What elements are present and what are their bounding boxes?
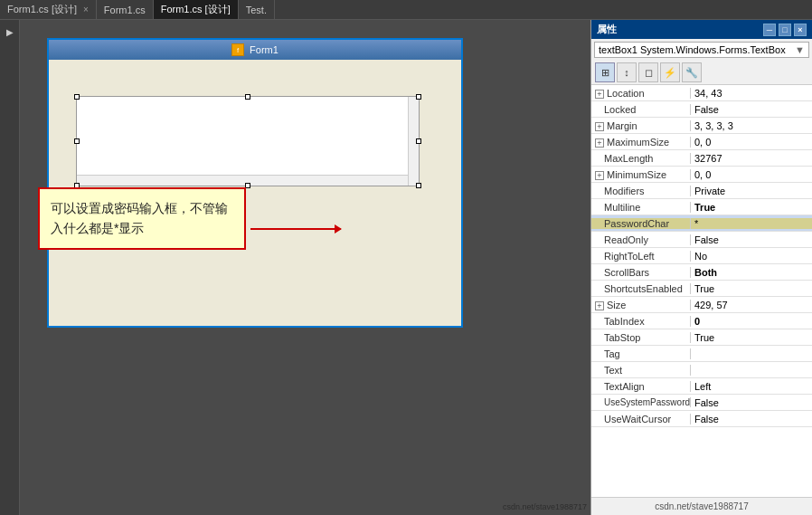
expand-icon[interactable]: + [595,90,604,99]
handle-bottom-right[interactable] [416,183,421,188]
prop-value[interactable]: 0, 0 [691,169,812,180]
props-table: +Location 34, 43 Locked False +Margin 3,… [591,85,812,497]
tab-test[interactable]: Test. [239,0,275,19]
prop-name: ReadOnly [591,234,691,245]
property-pages-btn[interactable]: 🔧 [682,62,702,82]
tab-form1-design-1[interactable]: Form1.cs [设计] × [0,0,97,19]
prop-value[interactable]: No [691,251,812,262]
prop-value[interactable]: 0 [691,316,812,327]
toolbox-icon[interactable]: ▶ [2,24,18,40]
table-row[interactable]: RightToLeft No [591,248,812,264]
prop-name: Multiline [591,202,691,213]
table-row[interactable]: ReadOnly False [591,232,812,248]
props-toolbar: ⊞ ↕ ◻ ⚡ 🔧 [591,61,812,85]
prop-value[interactable]: Both [691,267,812,278]
callout-annotation: 可以设置成密码输入框，不管输入什么都是*显示 [38,187,246,250]
prop-value[interactable]: 34, 43 [691,88,812,99]
prop-name: +MinimumSize [591,169,691,180]
handle-top-left[interactable] [74,94,80,100]
prop-value[interactable]: Left [691,381,812,392]
table-row[interactable]: UseWaitCursor False [591,411,812,427]
expand-icon[interactable]: + [595,301,604,310]
maximize-btn[interactable]: □ [779,24,791,36]
prop-value[interactable]: Private [691,186,812,196]
prop-name: TextAlign [591,381,691,392]
prop-value[interactable]: 0, 0 [691,137,812,148]
prop-value[interactable]: 32767 [691,153,812,164]
handle-top-right[interactable] [416,94,421,100]
prop-name: ScrollBars [591,267,691,278]
object-selector[interactable]: textBox1 System.Windows.Forms.TextBox ▼ [594,42,809,58]
prop-value[interactable]: True [691,283,812,294]
prop-name: TabStop [591,332,691,343]
title-bar-controls: ─ □ × [763,24,807,36]
prop-value[interactable]: True [691,332,812,343]
table-row[interactable]: TextAlign Left [591,378,812,395]
minimize-btn[interactable]: ─ [763,24,776,36]
designer-area[interactable]: f Form1 [20,20,590,515]
table-row[interactable]: Modifiers Private [591,183,812,199]
watermark: csdn.net/stave1988717 [503,502,587,511]
tab-label: Form1.cs [104,5,146,15]
textbox-hscrollbar[interactable] [77,175,408,186]
table-row[interactable]: +Size 429, 57 [591,297,812,313]
prop-value[interactable]: 429, 57 [691,300,812,310]
prop-value[interactable]: False [691,234,812,245]
textbox-control[interactable] [76,96,420,186]
table-row[interactable]: +Location 34, 43 [591,85,812,101]
table-row[interactable]: MaxLength 32767 [591,150,812,167]
table-row-passwordchar[interactable]: PasswordChar * [591,215,812,232]
prop-value-passwordchar[interactable]: * [691,218,812,229]
table-row-margin[interactable]: +Margin 3, 3, 3, 3 [591,118,812,134]
tab-bar: Form1.cs [设计] × Form1.cs Form1.cs [设计] T… [0,0,812,20]
prop-name: TabIndex [591,316,691,327]
table-row[interactable]: ShortcutsEnabled True [591,281,812,297]
handle-top-middle[interactable] [245,94,250,100]
expand-icon[interactable]: + [595,171,604,180]
table-row[interactable]: Tag [591,346,812,362]
table-row[interactable]: TabIndex 0 [591,313,812,329]
prop-name: UseWaitCursor [591,414,691,424]
prop-value[interactable]: 3, 3, 3, 3 [691,120,812,131]
table-row[interactable]: Text [591,362,812,378]
tab-label: Form1.cs [设计] [7,3,77,16]
table-row[interactable]: +MinimumSize 0, 0 [591,167,812,183]
prop-name: +Location [591,88,691,99]
tab-form1-design-2[interactable]: Form1.cs [设计] [154,0,239,19]
object-name: textBox1 [599,44,637,55]
prop-value[interactable]: False [691,397,812,408]
properties-btn[interactable]: ◻ [638,62,658,82]
table-row[interactable]: ScrollBars Both [591,264,812,281]
prop-name: +Size [591,300,691,310]
form-title: Form1 [250,44,279,55]
handle-middle-right[interactable] [416,138,421,144]
tab-form1-cs[interactable]: Form1.cs [97,0,154,19]
expand-icon[interactable]: + [595,122,604,131]
table-row[interactable]: UseSystemPasswordC False [591,395,812,411]
categorized-btn[interactable]: ⊞ [595,62,615,82]
form-title-bar: f Form1 [49,40,461,60]
table-row[interactable]: Multiline True [591,199,812,215]
table-row[interactable]: Locked False [591,101,812,118]
close-btn[interactable]: × [794,24,807,36]
events-btn[interactable]: ⚡ [660,62,680,82]
table-row[interactable]: TabStop True [591,329,812,346]
tab-label: Form1.cs [设计] [161,3,231,16]
prop-name: ShortcutsEnabled [591,283,691,294]
handle-middle-left[interactable] [74,138,80,144]
properties-title: 属性 [597,23,617,36]
props-description: csdn.net/stave1988717 [655,501,748,511]
prop-name: UseSystemPasswordC [591,397,691,407]
prop-value[interactable]: False [691,414,812,424]
properties-panel: 属性 ─ □ × textBox1 System.Windows.Forms.T… [590,20,812,515]
table-row[interactable]: +MaximumSize 0, 0 [591,134,812,150]
prop-value[interactable]: True [691,202,812,213]
dropdown-arrow[interactable]: ▼ [795,44,805,55]
expand-icon[interactable]: + [595,138,604,148]
prop-name: Text [591,365,691,376]
prop-name: Modifiers [591,186,691,196]
prop-name: Tag [591,348,691,359]
alphabetical-btn[interactable]: ↕ [617,62,637,82]
prop-value[interactable]: False [691,104,812,115]
tab-close-icon[interactable]: × [83,5,89,14]
